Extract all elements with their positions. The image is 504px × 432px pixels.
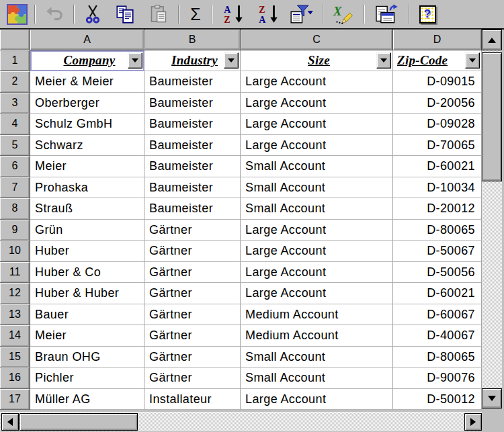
row-number-header[interactable]: 7 bbox=[0, 177, 30, 198]
sort-descending-button[interactable]: Z A bbox=[253, 2, 284, 26]
cell-size[interactable]: Large Account bbox=[241, 114, 393, 134]
cell-industry[interactable]: Baumeister bbox=[144, 114, 241, 134]
cell-industry[interactable]: Installateur bbox=[144, 389, 241, 410]
app-logo-button[interactable] bbox=[5, 2, 29, 26]
header-cell-company[interactable]: Company bbox=[30, 50, 144, 71]
header-cell-industry[interactable]: Industry bbox=[144, 50, 241, 71]
paste-button[interactable] bbox=[144, 2, 173, 26]
row-number-header[interactable]: 2 bbox=[0, 71, 30, 92]
row-number-header[interactable]: 13 bbox=[0, 304, 30, 325]
row-number-header[interactable]: 15 bbox=[0, 347, 30, 368]
cell-company[interactable]: Braun OHG bbox=[30, 347, 144, 368]
cell-industry[interactable]: Gärtner bbox=[144, 368, 241, 388]
column-header-B[interactable]: B bbox=[144, 30, 241, 50]
cell-zip[interactable]: D-50056 bbox=[393, 262, 482, 283]
export-excel-button[interactable]: X bbox=[329, 2, 358, 26]
cell-zip[interactable]: D-90076 bbox=[393, 368, 482, 388]
cell-company[interactable]: Pichler bbox=[30, 368, 144, 388]
cell-industry[interactable]: Baumeister bbox=[144, 71, 241, 92]
row-number-header[interactable]: 6 bbox=[0, 156, 30, 177]
filter-dropdown-zipcode[interactable] bbox=[465, 52, 480, 69]
sum-button[interactable]: Σ bbox=[185, 2, 206, 26]
cell-industry[interactable]: Baumeister bbox=[144, 93, 241, 114]
cell-industry[interactable]: Gärtner bbox=[144, 283, 241, 304]
cell-company[interactable]: Huber & Co bbox=[30, 262, 144, 283]
horizontal-scrollbar[interactable] bbox=[0, 412, 482, 431]
scroll-right-button[interactable] bbox=[464, 413, 482, 431]
cell-industry[interactable]: Gärtner bbox=[144, 220, 241, 241]
cell-size[interactable]: Small Account bbox=[241, 347, 393, 368]
cell-company[interactable]: Oberberger bbox=[30, 93, 144, 114]
cell-zip[interactable]: D-20012 bbox=[393, 198, 482, 219]
scroll-left-button[interactable] bbox=[1, 413, 19, 431]
cell-company[interactable]: Prohaska bbox=[30, 177, 144, 198]
cell-zip[interactable]: D-60021 bbox=[393, 283, 482, 304]
filter-dropdown-company[interactable] bbox=[128, 52, 142, 69]
cell-industry[interactable]: Gärtner bbox=[144, 347, 241, 368]
cell-size[interactable]: Large Account bbox=[241, 262, 393, 283]
cell-company[interactable]: Huber & Huber bbox=[30, 283, 144, 304]
cell-zip[interactable]: D-10034 bbox=[393, 177, 482, 198]
cell-industry[interactable]: Gärtner bbox=[144, 304, 241, 325]
cell-industry[interactable]: Gärtner bbox=[144, 325, 241, 346]
form-view-button[interactable] bbox=[370, 2, 403, 26]
cell-company[interactable]: Grün bbox=[30, 220, 144, 241]
filter-dropdown-industry[interactable] bbox=[224, 52, 239, 69]
undo-button[interactable] bbox=[41, 2, 68, 26]
cell-size[interactable]: Small Account bbox=[241, 198, 393, 219]
horizontal-scrollbar-track[interactable] bbox=[138, 413, 464, 431]
row-number-header[interactable]: 5 bbox=[0, 135, 30, 156]
cell-company[interactable]: Meier bbox=[30, 156, 144, 177]
cell-company[interactable]: Meier & Meier bbox=[30, 71, 144, 92]
cell-industry[interactable]: Gärtner bbox=[144, 241, 241, 261]
sort-ascending-button[interactable]: A Z bbox=[218, 2, 249, 26]
scroll-up-button[interactable] bbox=[482, 30, 502, 50]
cell-zip[interactable]: D-60021 bbox=[393, 156, 482, 177]
cell-industry[interactable]: Baumeister bbox=[144, 198, 241, 219]
row-number-header[interactable]: 1 bbox=[0, 50, 30, 71]
column-header-C[interactable]: C bbox=[241, 30, 393, 50]
cell-company[interactable]: Strauß bbox=[30, 198, 144, 219]
cell-size[interactable]: Small Account bbox=[241, 368, 393, 388]
row-number-header[interactable]: 17 bbox=[0, 389, 30, 410]
cell-zip[interactable]: D-20056 bbox=[393, 93, 482, 114]
cut-button[interactable] bbox=[80, 2, 106, 26]
cell-industry[interactable]: Gärtner bbox=[144, 262, 241, 283]
help-button[interactable]: ? bbox=[415, 2, 440, 26]
header-cell-size[interactable]: Size bbox=[241, 50, 393, 71]
cell-size[interactable]: Large Account bbox=[241, 135, 393, 156]
row-number-header[interactable]: 14 bbox=[0, 325, 30, 346]
cell-size[interactable]: Large Account bbox=[241, 220, 393, 241]
vertical-scrollbar-thumb[interactable] bbox=[482, 52, 502, 181]
row-number-header[interactable]: 11 bbox=[0, 262, 30, 283]
cell-size[interactable]: Medium Account bbox=[241, 304, 393, 325]
row-number-header[interactable]: 8 bbox=[0, 198, 30, 219]
cell-company[interactable]: Schulz GmbH bbox=[30, 114, 144, 134]
cell-company[interactable]: Huber bbox=[30, 241, 144, 261]
scroll-down-button[interactable] bbox=[482, 388, 502, 408]
cell-size[interactable]: Small Account bbox=[241, 177, 393, 198]
cell-size[interactable]: Large Account bbox=[241, 241, 393, 261]
column-header-A[interactable]: A bbox=[30, 30, 144, 50]
cell-size[interactable]: Medium Account bbox=[241, 325, 393, 346]
row-number-header[interactable]: 12 bbox=[0, 283, 30, 304]
select-all-corner[interactable] bbox=[0, 30, 30, 50]
row-number-header[interactable]: 16 bbox=[0, 368, 30, 388]
vertical-scrollbar-track[interactable] bbox=[482, 50, 502, 388]
cell-company[interactable]: Schwarz bbox=[30, 135, 144, 156]
cell-size[interactable]: Large Account bbox=[241, 389, 393, 410]
vertical-scrollbar[interactable] bbox=[482, 30, 502, 408]
horizontal-scrollbar-thumb[interactable] bbox=[19, 413, 138, 431]
row-number-header[interactable]: 9 bbox=[0, 220, 30, 241]
autofilter-button[interactable] bbox=[287, 2, 317, 26]
cell-industry[interactable]: Baumeister bbox=[144, 177, 241, 198]
filter-dropdown-size[interactable] bbox=[376, 52, 391, 69]
cell-industry[interactable]: Baumeister bbox=[144, 156, 241, 177]
cell-industry[interactable]: Baumeister bbox=[144, 135, 241, 156]
copy-button[interactable] bbox=[111, 2, 139, 26]
cell-zip[interactable]: D-60067 bbox=[393, 304, 482, 325]
cell-zip[interactable]: D-50067 bbox=[393, 241, 482, 261]
header-cell-zipcode[interactable]: Zip-Code bbox=[393, 50, 482, 71]
cell-zip[interactable]: D-09015 bbox=[393, 71, 482, 92]
cell-size[interactable]: Large Account bbox=[241, 93, 393, 114]
